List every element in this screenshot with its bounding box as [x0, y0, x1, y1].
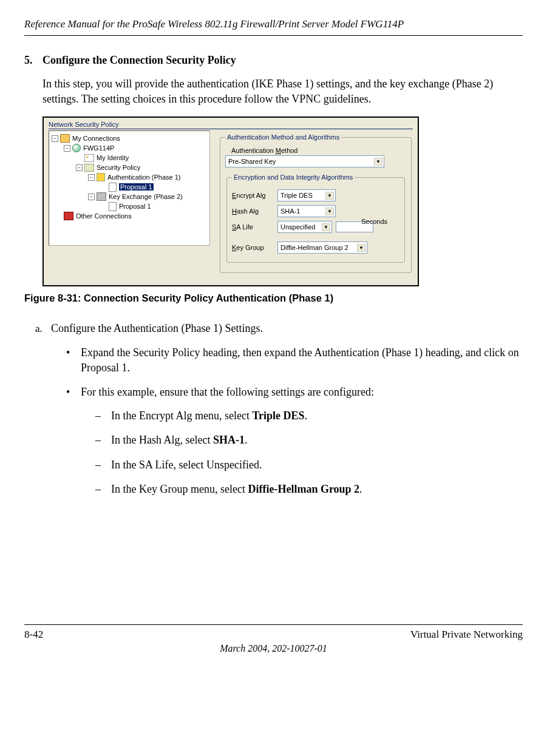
key-group-value: Diffie-Hellman Group 2: [280, 244, 348, 251]
sa-life-value: Unspecified: [280, 223, 315, 231]
auth-method-legend: Authentication Method and Algorithms: [225, 133, 341, 141]
encryption-group: Encryption and Data Integrity Algorithms…: [226, 174, 405, 263]
key-group-label: Key Group: [232, 244, 277, 251]
collapse-icon[interactable]: −: [88, 174, 95, 181]
bullet-item: Expand the Security Policy heading, then…: [66, 345, 523, 376]
globe-icon: [72, 144, 81, 152]
page-number: 8-42: [24, 629, 43, 641]
encrypt-alg-label: Encrypt Alg: [232, 192, 277, 199]
dash-item: In the SA Life, select Unspecified.: [95, 457, 523, 473]
key-group-dropdown[interactable]: Diffie-Hellman Group 2: [277, 241, 367, 254]
hash-alg-dropdown[interactable]: SHA-1: [277, 205, 336, 217]
plug-icon: [64, 212, 73, 220]
section-title: Virtual Private Networking: [410, 629, 523, 641]
footer-date: March 2004, 202-10027-01: [24, 643, 523, 654]
page-footer: 8-42 Virtual Private Networking: [24, 624, 523, 641]
auth-method-label: Authentication Method: [231, 147, 297, 154]
tree-label: Key Exchange (Phase 2): [109, 193, 183, 200]
collapse-icon[interactable]: −: [52, 135, 58, 142]
folder-icon: [60, 134, 70, 143]
encrypt-alg-value: Triple DES: [280, 192, 313, 199]
tree-label-selected: Proposal 1: [119, 183, 154, 191]
handshake-icon: [84, 164, 94, 172]
sa-life-label: SA Life: [232, 223, 277, 231]
page-header: Reference Manual for the ProSafe Wireles…: [24, 18, 523, 36]
tree-label: Proposal 1: [119, 203, 151, 210]
tree-security-policy[interactable]: − Security Policy: [50, 163, 208, 172]
auth-method-dropdown[interactable]: Pre-Shared Key: [225, 155, 384, 167]
bullet-item: For this example, ensure that the follow…: [66, 385, 523, 497]
screenshot-panel: Network Security Policy − My Connections…: [42, 116, 419, 286]
settings-pane: Authentication Method and Algorithms Aut…: [219, 130, 413, 273]
figure-caption: Figure 8-31: Connection Security Policy …: [24, 292, 523, 304]
step-heading: 5. Configure the Connection Security Pol…: [24, 54, 523, 67]
document-icon: [109, 183, 117, 192]
dash-item: In the Hash Alg, select SHA-1.: [95, 433, 523, 448]
tree-connection[interactable]: − FWG114P: [50, 143, 208, 153]
tree-label: Security Policy: [97, 164, 140, 171]
encrypt-alg-dropdown[interactable]: Triple DES: [277, 189, 336, 201]
auth-method-value: Pre-Shared Key: [228, 158, 276, 165]
tree-keyexch-phase2[interactable]: − Key Exchange (Phase 2): [50, 192, 208, 201]
identity-icon: [84, 154, 94, 162]
tree-label: Other Connections: [76, 212, 132, 220]
hash-alg-value: SHA-1: [280, 208, 300, 215]
step-title: Configure the Connection Security Policy: [42, 54, 236, 67]
collapse-icon[interactable]: −: [64, 145, 70, 152]
keys-icon: [97, 192, 106, 201]
dash-item: In the Key Group menu, select Diffie-Hel…: [95, 482, 523, 497]
sa-life-dropdown[interactable]: Unspecified: [277, 221, 332, 233]
collapse-icon[interactable]: −: [76, 164, 83, 171]
tree-other-connections[interactable]: Other Connections: [50, 211, 208, 221]
lock-icon: [97, 173, 105, 181]
tree-proposal-1-keyexch[interactable]: Proposal 1: [50, 201, 208, 211]
tree-label: Authentication (Phase 1): [107, 174, 180, 181]
dash-item: In the Encrypt Alg menu, select Triple D…: [95, 408, 523, 424]
tree-proposal-1-auth[interactable]: Proposal 1: [50, 182, 208, 192]
substep-a: Configure the Authentication (Phase 1) S…: [45, 321, 523, 497]
step-intro: In this step, you will provide the authe…: [42, 76, 523, 107]
encryption-legend: Encryption and Data Integrity Algorithms: [232, 174, 355, 181]
auth-method-group: Authentication Method and Algorithms Aut…: [220, 133, 412, 273]
seconds-label: Seconds: [361, 218, 387, 225]
tree-label: My Connections: [72, 135, 120, 142]
tree-root[interactable]: − My Connections: [50, 133, 208, 143]
tree-label: FWG114P: [83, 144, 114, 152]
step-number: 5.: [24, 54, 42, 67]
tree-pane[interactable]: − My Connections − FWG114P My Identity −…: [49, 130, 210, 246]
document-icon: [109, 202, 117, 211]
hash-alg-label: Hash Alg: [232, 208, 277, 215]
collapse-icon[interactable]: −: [88, 194, 95, 200]
network-policy-title: Network Security Policy: [49, 121, 413, 129]
tree-label: My Identity: [97, 154, 129, 161]
tree-identity[interactable]: My Identity: [50, 153, 208, 163]
tree-auth-phase1[interactable]: − Authentication (Phase 1): [50, 172, 208, 182]
